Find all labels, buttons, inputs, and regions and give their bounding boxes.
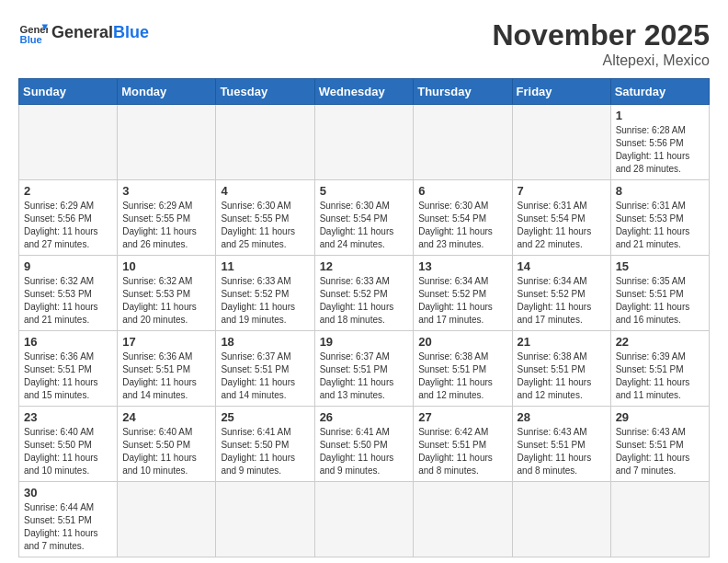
table-row [414,482,512,557]
cell-text: Sunrise: 6:32 AMSunset: 5:53 PMDaylight:… [122,275,210,327]
table-row: 9Sunrise: 6:32 AMSunset: 5:53 PMDaylight… [19,256,118,331]
cell-text: Sunrise: 6:37 AMSunset: 5:51 PMDaylight:… [221,350,309,402]
day-number: 18 [221,335,309,349]
table-row: 15Sunrise: 6:35 AMSunset: 5:51 PMDayligh… [610,256,709,331]
table-row: 12Sunrise: 6:33 AMSunset: 5:52 PMDayligh… [314,256,414,331]
day-number: 25 [221,410,309,424]
table-row: 20Sunrise: 6:38 AMSunset: 5:51 PMDayligh… [414,331,512,407]
day-number: 23 [24,410,112,424]
cell-text: Sunrise: 6:40 AMSunset: 5:50 PMDaylight:… [122,426,210,477]
day-number: 4 [221,184,309,198]
table-row: 3Sunrise: 6:29 AMSunset: 5:55 PMDaylight… [118,180,216,256]
cell-text: Sunrise: 6:30 AMSunset: 5:55 PMDaylight:… [221,200,309,251]
cell-text: Sunrise: 6:32 AMSunset: 5:53 PMDaylight:… [24,275,112,327]
cell-text: Sunrise: 6:36 AMSunset: 5:51 PMDaylight:… [24,350,112,402]
table-row: 8Sunrise: 6:31 AMSunset: 5:53 PMDaylight… [610,180,709,256]
svg-text:Blue: Blue [20,34,42,45]
table-row [512,482,610,557]
table-row: 28Sunrise: 6:43 AMSunset: 5:51 PMDayligh… [512,407,610,482]
table-row: 13Sunrise: 6:34 AMSunset: 5:52 PMDayligh… [414,256,512,331]
weekday-header-row: SundayMondayTuesdayWednesdayThursdayFrid… [19,79,710,105]
table-row: 27Sunrise: 6:42 AMSunset: 5:51 PMDayligh… [414,407,512,482]
table-row [314,105,414,180]
cell-text: Sunrise: 6:33 AMSunset: 5:52 PMDaylight:… [221,275,309,327]
table-row [314,482,414,557]
table-row [512,105,610,180]
day-number: 21 [518,335,606,349]
day-number: 7 [518,184,606,198]
weekday-header-sunday: Sunday [19,79,118,105]
table-row: 14Sunrise: 6:34 AMSunset: 5:52 PMDayligh… [512,256,610,331]
location: Altepexi, Mexico [492,52,710,69]
table-row: 22Sunrise: 6:39 AMSunset: 5:51 PMDayligh… [610,331,709,407]
cell-text: Sunrise: 6:42 AMSunset: 5:51 PMDaylight:… [418,426,506,477]
cell-text: Sunrise: 6:30 AMSunset: 5:54 PMDaylight:… [418,200,506,251]
logo-text: GeneralBlue [51,24,149,42]
table-row [216,482,314,557]
table-row: 5Sunrise: 6:30 AMSunset: 5:54 PMDaylight… [314,180,414,256]
table-row: 4Sunrise: 6:30 AMSunset: 5:55 PMDaylight… [216,180,314,256]
day-number: 17 [122,335,210,349]
table-row: 23Sunrise: 6:40 AMSunset: 5:50 PMDayligh… [19,407,118,482]
day-number: 13 [418,259,506,273]
weekday-header-saturday: Saturday [610,79,709,105]
day-number: 9 [24,259,112,273]
cell-text: Sunrise: 6:41 AMSunset: 5:50 PMDaylight:… [320,426,409,477]
table-row: 18Sunrise: 6:37 AMSunset: 5:51 PMDayligh… [216,331,314,407]
day-number: 12 [320,259,409,273]
table-row: 16Sunrise: 6:36 AMSunset: 5:51 PMDayligh… [19,331,118,407]
cell-text: Sunrise: 6:33 AMSunset: 5:52 PMDaylight:… [320,275,409,327]
table-row: 19Sunrise: 6:37 AMSunset: 5:51 PMDayligh… [314,331,414,407]
table-row [118,105,216,180]
day-number: 15 [616,259,704,273]
day-number: 3 [122,184,210,198]
table-row: 29Sunrise: 6:43 AMSunset: 5:51 PMDayligh… [610,407,709,482]
day-number: 24 [122,410,210,424]
calendar: SundayMondayTuesdayWednesdayThursdayFrid… [18,78,710,557]
day-number: 8 [616,184,704,198]
table-row: 24Sunrise: 6:40 AMSunset: 5:50 PMDayligh… [118,407,216,482]
calendar-row: 23Sunrise: 6:40 AMSunset: 5:50 PMDayligh… [19,407,710,482]
day-number: 30 [24,486,112,500]
title-block: November 2025 Altepexi, Mexico [492,18,710,69]
cell-text: Sunrise: 6:31 AMSunset: 5:53 PMDaylight:… [616,200,704,251]
table-row [19,105,118,180]
day-number: 26 [320,410,409,424]
cell-text: Sunrise: 6:29 AMSunset: 5:55 PMDaylight:… [122,200,210,251]
calendar-row: 16Sunrise: 6:36 AMSunset: 5:51 PMDayligh… [19,331,710,407]
day-number: 14 [518,259,606,273]
day-number: 5 [320,184,409,198]
table-row: 11Sunrise: 6:33 AMSunset: 5:52 PMDayligh… [216,256,314,331]
cell-text: Sunrise: 6:28 AMSunset: 5:56 PMDaylight:… [616,124,704,176]
month-title: November 2025 [492,18,710,52]
day-number: 1 [616,109,704,122]
cell-text: Sunrise: 6:36 AMSunset: 5:51 PMDaylight:… [122,350,210,402]
table-row: 17Sunrise: 6:36 AMSunset: 5:51 PMDayligh… [118,331,216,407]
weekday-header-monday: Monday [118,79,216,105]
cell-text: Sunrise: 6:35 AMSunset: 5:51 PMDaylight:… [616,275,704,327]
day-number: 28 [518,410,606,424]
calendar-row: 9Sunrise: 6:32 AMSunset: 5:53 PMDaylight… [19,256,710,331]
cell-text: Sunrise: 6:40 AMSunset: 5:50 PMDaylight:… [24,426,112,477]
cell-text: Sunrise: 6:39 AMSunset: 5:51 PMDaylight:… [616,350,704,402]
table-row [118,482,216,557]
page-header: General Blue GeneralBlue November 2025 A… [18,18,710,69]
cell-text: Sunrise: 6:34 AMSunset: 5:52 PMDaylight:… [518,275,606,327]
cell-text: Sunrise: 6:41 AMSunset: 5:50 PMDaylight:… [221,426,309,477]
day-number: 11 [221,259,309,273]
table-row: 6Sunrise: 6:30 AMSunset: 5:54 PMDaylight… [414,180,512,256]
day-number: 22 [616,335,704,349]
table-row [610,482,709,557]
day-number: 19 [320,335,409,349]
weekday-header-thursday: Thursday [414,79,512,105]
day-number: 2 [24,184,112,198]
day-number: 16 [24,335,112,349]
table-row: 1Sunrise: 6:28 AMSunset: 5:56 PMDaylight… [610,105,709,180]
table-row [414,105,512,180]
table-row: 26Sunrise: 6:41 AMSunset: 5:50 PMDayligh… [314,407,414,482]
day-number: 20 [418,335,506,349]
table-row: 7Sunrise: 6:31 AMSunset: 5:54 PMDaylight… [512,180,610,256]
cell-text: Sunrise: 6:38 AMSunset: 5:51 PMDaylight:… [518,350,606,402]
weekday-header-friday: Friday [512,79,610,105]
cell-text: Sunrise: 6:34 AMSunset: 5:52 PMDaylight:… [418,275,506,327]
